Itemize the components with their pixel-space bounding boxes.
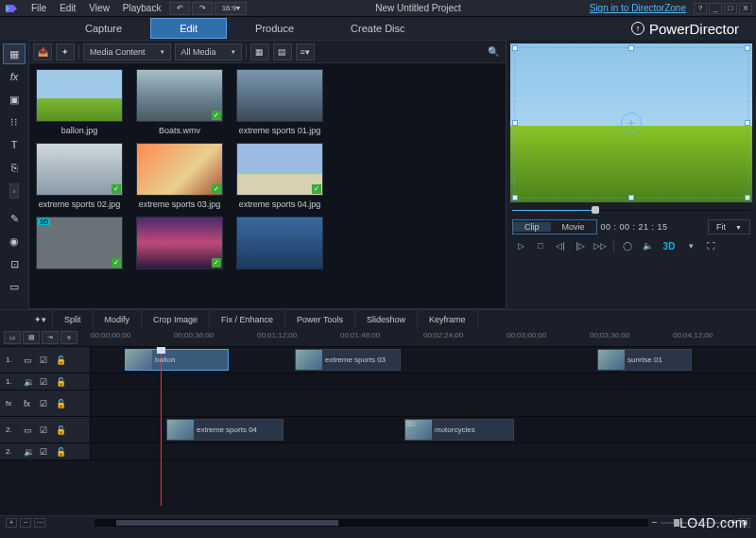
media-item[interactable] bbox=[233, 217, 326, 277]
media-item[interactable]: ✓extreme sports 02.jpg bbox=[33, 143, 126, 213]
track-lane[interactable] bbox=[91, 390, 756, 416]
menu-file[interactable]: File bbox=[25, 1, 53, 15]
media-caption: extreme sports 01.jpg bbox=[239, 124, 321, 139]
fix-enhance-button[interactable]: Fix / Enhance bbox=[210, 310, 285, 329]
remove-track-button[interactable]: − bbox=[20, 518, 31, 528]
timeline-clip[interactable]: ballon bbox=[125, 349, 229, 371]
fast-forward-button[interactable]: ▷▷ bbox=[592, 238, 609, 253]
close-button[interactable]: X bbox=[739, 3, 752, 14]
timeline-view-2[interactable]: ▤ bbox=[23, 331, 40, 344]
track-lane[interactable] bbox=[91, 443, 756, 460]
magic-tools-button[interactable]: ✦▾ bbox=[28, 310, 53, 329]
timeline-clip[interactable]: 3Dmotorcycles bbox=[404, 419, 514, 441]
plugin-button[interactable]: ✦ bbox=[56, 43, 75, 61]
tab-create-disc[interactable]: Create Disc bbox=[322, 19, 433, 38]
timeline-link[interactable]: ⎆ bbox=[60, 331, 77, 344]
modify-button[interactable]: Modify bbox=[94, 310, 143, 329]
menu-edit[interactable]: Edit bbox=[53, 1, 82, 15]
timeline-view-1[interactable]: ▭ bbox=[4, 331, 21, 344]
list-view-button[interactable]: ▤ bbox=[273, 43, 292, 61]
3d-button[interactable]: 3D bbox=[659, 238, 679, 253]
power-tools-button[interactable]: Power Tools bbox=[285, 310, 355, 329]
signin-link[interactable]: Sign in to DirectorZone bbox=[590, 3, 686, 13]
tab-capture[interactable]: Capture bbox=[57, 19, 150, 38]
settings-icon[interactable]: ▾ bbox=[682, 238, 699, 253]
media-filter-dropdown[interactable]: All Media▾ bbox=[175, 43, 242, 61]
media-item[interactable]: ✓3D bbox=[33, 217, 126, 277]
minimize-button[interactable]: _ bbox=[709, 3, 722, 14]
audio-mixing-button[interactable]: ✎ bbox=[3, 208, 26, 229]
transition-room-button[interactable]: ⎘ bbox=[3, 157, 26, 178]
timeline-clip[interactable]: extreme sports 04 bbox=[166, 419, 284, 441]
zoom-out-icon[interactable]: − bbox=[652, 517, 658, 528]
effect-room-button[interactable]: fx bbox=[3, 66, 26, 87]
track-header[interactable]: 1.🔉☑🔓 bbox=[0, 373, 91, 390]
add-overlay-icon[interactable]: + bbox=[621, 113, 642, 133]
redo-button[interactable]: ↷ bbox=[192, 2, 213, 15]
voiceover-button[interactable]: ◉ bbox=[3, 231, 26, 252]
zoom-fit-dropdown[interactable]: Fit▼ bbox=[708, 219, 750, 234]
track-header[interactable]: fxfx☑🔓 bbox=[0, 390, 91, 416]
track-lane[interactable]: ballonextreme sports 03sunrise 01 bbox=[91, 347, 756, 373]
expand-sidebar-button[interactable]: › bbox=[9, 183, 19, 199]
maximize-button[interactable]: □ bbox=[724, 3, 737, 14]
particle-room-button[interactable]: ⁝⁝ bbox=[3, 112, 26, 132]
grid-view-button[interactable]: ▦ bbox=[250, 43, 269, 61]
track-lane[interactable]: extreme sports 043Dmotorcycles bbox=[91, 417, 756, 443]
title-room-button[interactable]: T bbox=[3, 134, 26, 155]
aspect-ratio-button[interactable]: 16:9▾ bbox=[215, 2, 247, 15]
volume-button[interactable]: 🔈 bbox=[639, 238, 656, 253]
media-caption: extreme sports 02.jpg bbox=[39, 198, 121, 213]
keyframe-button[interactable]: Keyframe bbox=[418, 310, 478, 329]
search-icon[interactable]: 🔍 bbox=[485, 43, 502, 61]
import-button[interactable]: 📥 bbox=[33, 43, 52, 61]
media-item[interactable]: extreme sports 01.jpg bbox=[233, 69, 326, 139]
preview-scrubber[interactable] bbox=[512, 206, 750, 216]
undock-button[interactable]: ⛶ bbox=[702, 238, 719, 253]
tab-produce[interactable]: Produce bbox=[227, 19, 322, 38]
timeline-track: 2.▭☑🔓extreme sports 043Dmotorcycles bbox=[0, 417, 756, 443]
media-item[interactable]: ✓extreme sports 03.jpg bbox=[133, 143, 226, 213]
timeline-clip[interactable]: sunrise 01 bbox=[597, 349, 692, 371]
media-item[interactable]: ✓extreme sports 04.jpg bbox=[233, 143, 326, 213]
timeline-ruler[interactable]: 00;00;00;0000;00;36;0000;01;12;0000;01;4… bbox=[91, 328, 756, 347]
menu-view[interactable]: View bbox=[82, 1, 116, 15]
track-options-button[interactable]: ⋯ bbox=[34, 518, 45, 528]
timeline-header: ▭ ▤ ⇥ ⎆ 00;00;00;0000;00;36;0000;01;12;0… bbox=[0, 328, 756, 347]
track-header[interactable]: 2.▭☑🔓 bbox=[0, 417, 91, 443]
track-header[interactable]: 1.▭☑🔓 bbox=[0, 347, 91, 373]
preview-canvas[interactable]: + bbox=[510, 43, 752, 202]
play-button[interactable]: ▷ bbox=[512, 238, 529, 253]
timeline-marker[interactable]: ⇥ bbox=[42, 331, 59, 344]
split-button[interactable]: Split bbox=[53, 310, 94, 329]
prev-frame-button[interactable]: ◁| bbox=[552, 238, 569, 253]
track-lane[interactable] bbox=[91, 373, 756, 390]
help-button[interactable]: ? bbox=[694, 3, 707, 14]
content-filter-dropdown[interactable]: Media Content▾ bbox=[83, 43, 171, 61]
snapshot-button[interactable]: ◯ bbox=[619, 238, 636, 253]
track-header[interactable]: 2.🔉☑🔓 bbox=[0, 443, 91, 460]
undo-button[interactable]: ↶ bbox=[169, 2, 190, 15]
media-item[interactable]: ballon.jpg bbox=[33, 69, 126, 139]
next-frame-button[interactable]: |▷ bbox=[572, 238, 589, 253]
slideshow-button[interactable]: Slideshow bbox=[355, 310, 418, 329]
preview-mode-toggle[interactable]: ClipMovie bbox=[512, 219, 597, 234]
menu-playback[interactable]: Playback bbox=[116, 1, 168, 15]
add-track-button[interactable]: + bbox=[6, 518, 17, 528]
media-item[interactable]: ✓Boats.wmv bbox=[133, 69, 226, 139]
media-caption: ballon.jpg bbox=[61, 124, 98, 139]
pip-room-button[interactable]: ▣ bbox=[3, 89, 26, 110]
timeline-clip[interactable]: extreme sports 03 bbox=[295, 349, 401, 371]
subtitle-button[interactable]: ▭ bbox=[3, 276, 26, 297]
crop-image-button[interactable]: Crop Image bbox=[142, 310, 210, 329]
chapter-button[interactable]: ⊡ bbox=[3, 253, 26, 274]
tab-edit[interactable]: Edit bbox=[150, 18, 227, 39]
timeline-h-scroll[interactable] bbox=[94, 519, 648, 527]
media-room-button[interactable]: ▦ bbox=[3, 43, 26, 64]
media-item[interactable]: ✓ bbox=[133, 217, 226, 277]
preview-controls: ▷ □ ◁| |▷ ▷▷ ◯ 🔈 3D ▾ ⛶ bbox=[510, 238, 752, 253]
library-menu-button[interactable]: ≡▾ bbox=[296, 43, 315, 61]
playhead[interactable] bbox=[161, 347, 162, 506]
media-library: 📥 ✦ Media Content▾ All Media▾ ▦ ▤ ≡▾ 🔍 b… bbox=[28, 40, 507, 309]
stop-button[interactable]: □ bbox=[532, 238, 549, 253]
